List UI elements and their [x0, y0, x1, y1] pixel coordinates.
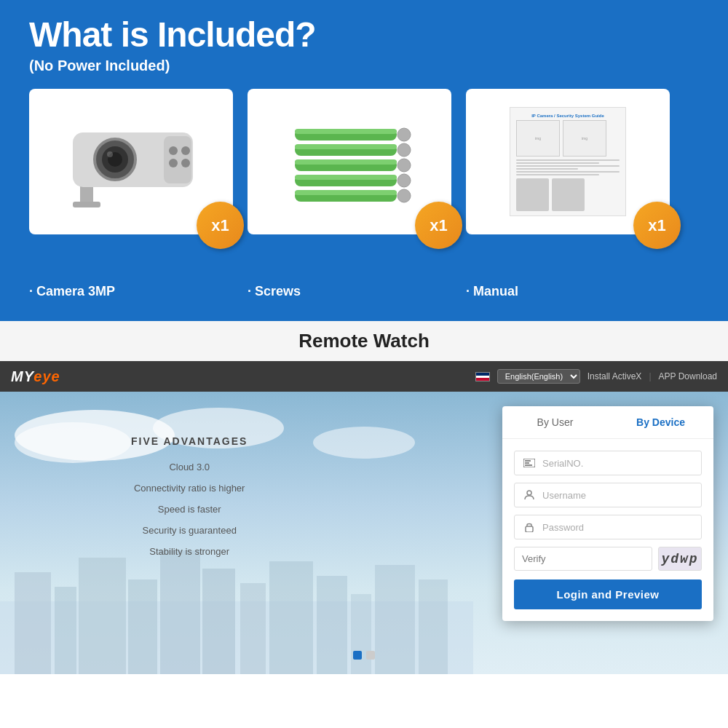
- screws-card: x1: [248, 89, 451, 234]
- svg-rect-32: [15, 572, 51, 674]
- camera-card: x1: [29, 89, 233, 234]
- camera-item-wrapper: x1 · Camera 3MP: [29, 89, 233, 299]
- login-panel: By User By Device SerialNO.: [502, 406, 713, 621]
- flag-icon: [475, 372, 490, 381]
- tab-by-device[interactable]: By Device: [608, 406, 713, 438]
- camera-label: · Camera 3MP: [29, 284, 115, 299]
- svg-point-17: [397, 143, 411, 157]
- svg-point-30: [313, 427, 415, 459]
- screws-item-wrapper: x1 · Screws: [248, 89, 451, 299]
- advantage-item-4: Stability is stronger: [131, 546, 248, 557]
- svg-rect-33: [55, 587, 76, 674]
- svg-point-11: [107, 151, 113, 157]
- brand-eye: eye: [33, 368, 60, 384]
- slider-dot-2[interactable]: [366, 651, 375, 660]
- brand-my: MY: [11, 368, 33, 384]
- lock-icon: [522, 521, 537, 533]
- remote-watch-title: Remote Watch: [9, 330, 719, 352]
- advantages-title: FIVE ADVANTAGES: [131, 435, 248, 447]
- nav-separator: |: [649, 371, 651, 381]
- clouds-svg: [0, 406, 510, 494]
- svg-rect-16: [295, 144, 397, 149]
- serial-field: SerialNO.: [514, 451, 702, 475]
- svg-point-5: [181, 146, 190, 155]
- svg-rect-35: [128, 579, 157, 674]
- svg-point-48: [527, 491, 531, 495]
- screws-label: · Screws: [248, 284, 301, 299]
- manual-label: · Manual: [466, 284, 518, 299]
- screws-badge: x1: [415, 202, 462, 249]
- nav-right: English(English) Install ActiveX | APP D…: [475, 369, 717, 384]
- serial-placeholder: SerialNO.: [542, 458, 583, 469]
- advantage-item-1: Connectivity ratio is higher: [131, 483, 248, 494]
- svg-point-14: [397, 128, 411, 141]
- slider-dots: [353, 651, 375, 660]
- svg-rect-41: [351, 594, 371, 674]
- main-title: What is Included?: [29, 15, 699, 55]
- svg-rect-22: [295, 175, 397, 180]
- svg-point-23: [397, 174, 411, 187]
- password-field: Password: [514, 515, 702, 539]
- browser-navbar: MYeye English(English) Install ActiveX |…: [0, 361, 728, 392]
- browser-section: MYeye English(English) Install ActiveX |…: [0, 361, 728, 674]
- svg-rect-47: [525, 464, 532, 466]
- remote-watch-section: Remote Watch: [0, 321, 728, 361]
- verify-row: ydwp: [514, 547, 702, 571]
- svg-rect-37: [202, 569, 235, 674]
- browser-content: FIVE ADVANTAGES Cloud 3.0 Connectivity r…: [0, 392, 728, 674]
- advantages-panel: FIVE ADVANTAGES Cloud 3.0 Connectivity r…: [131, 435, 248, 567]
- svg-rect-42: [375, 565, 415, 674]
- screws-illustration: [269, 114, 430, 209]
- svg-point-26: [397, 189, 411, 202]
- top-section: What is Included? (No Power Included): [0, 0, 728, 321]
- username-field: Username: [514, 483, 702, 507]
- captcha-box: ydwp: [658, 547, 702, 571]
- svg-rect-39: [269, 561, 313, 674]
- advantage-item-2: Speed is faster: [131, 504, 248, 515]
- svg-rect-36: [160, 550, 200, 674]
- subtitle: (No Power Included): [29, 58, 699, 74]
- camera-badge: x1: [197, 202, 244, 249]
- svg-rect-25: [295, 190, 397, 195]
- svg-point-28: [15, 422, 131, 463]
- svg-rect-43: [419, 579, 448, 674]
- svg-rect-1: [73, 202, 100, 207]
- manual-card: IP Camera / Security System Guide img im…: [466, 89, 670, 234]
- manual-item-wrapper: IP Camera / Security System Guide img im…: [466, 89, 670, 299]
- svg-rect-46: [525, 462, 529, 464]
- advantage-item-3: Security is guaranteed: [131, 525, 248, 536]
- svg-rect-34: [79, 558, 126, 674]
- login-body: SerialNO. Username: [502, 439, 713, 621]
- slider-dot-1[interactable]: [353, 651, 362, 660]
- advantage-item-0: Cloud 3.0: [131, 462, 248, 472]
- verify-input[interactable]: [514, 547, 652, 571]
- svg-point-7: [181, 159, 190, 167]
- svg-rect-45: [525, 460, 531, 462]
- svg-point-20: [397, 159, 411, 172]
- svg-point-6: [169, 159, 178, 167]
- manual-illustration: IP Camera / Security System Guide img im…: [510, 107, 626, 216]
- tab-by-user[interactable]: By User: [502, 406, 608, 438]
- language-select[interactable]: English(English): [497, 369, 580, 384]
- login-preview-button[interactable]: Login and Preview: [514, 579, 702, 609]
- svg-rect-38: [240, 583, 266, 674]
- svg-point-4: [169, 146, 178, 155]
- svg-rect-40: [317, 576, 347, 674]
- nav-app-download[interactable]: APP Download: [659, 371, 718, 381]
- user-icon: [522, 489, 537, 501]
- svg-rect-13: [295, 129, 397, 134]
- camera-illustration: [51, 111, 211, 213]
- svg-rect-49: [526, 526, 533, 532]
- brand-logo: MYeye: [11, 368, 60, 385]
- nav-install-activex[interactable]: Install ActiveX: [587, 371, 642, 381]
- serial-icon: [522, 457, 537, 469]
- login-tabs: By User By Device: [502, 406, 713, 439]
- items-row: x1 · Camera 3MP: [29, 89, 699, 299]
- password-placeholder: Password: [542, 522, 584, 533]
- svg-rect-19: [295, 159, 397, 165]
- username-placeholder: Username: [542, 490, 586, 501]
- manual-badge: x1: [633, 202, 681, 249]
